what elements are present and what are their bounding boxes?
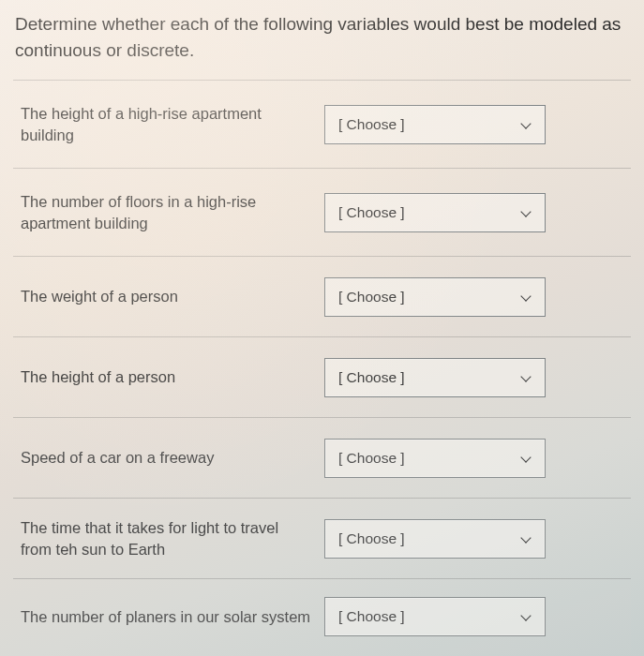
table-row: The height of a person [ Choose ] — [13, 337, 631, 418]
choose-dropdown[interactable]: [ Choose ] — [324, 597, 546, 636]
chevron-down-icon — [520, 452, 533, 465]
chevron-down-icon — [520, 206, 533, 219]
table-row: Speed of a car on a freeway [ Choose ] — [13, 418, 631, 499]
choose-dropdown[interactable]: [ Choose ] — [324, 439, 546, 478]
variable-label: Speed of a car on a freeway — [13, 434, 321, 482]
variable-label: The time that it takes for light to trav… — [13, 504, 321, 574]
dropdown-value: [ Choose ] — [338, 289, 405, 306]
variable-label: The height of a high-rise apartment buil… — [13, 90, 321, 159]
choose-dropdown[interactable]: [ Choose ] — [324, 358, 546, 397]
chevron-down-icon — [520, 610, 533, 623]
table-row: The number of floors in a high-rise apar… — [13, 169, 631, 257]
table-row: The time that it takes for light to trav… — [13, 499, 631, 579]
dropdown-value: [ Choose ] — [338, 369, 405, 386]
question-rows: The height of a high-rise apartment buil… — [13, 80, 631, 654]
chevron-down-icon — [520, 371, 533, 384]
control-cell: [ Choose ] — [321, 96, 631, 154]
control-cell: [ Choose ] — [321, 510, 631, 568]
choose-dropdown[interactable]: [ Choose ] — [324, 519, 546, 559]
variable-label: The number of floors in a high-rise apar… — [13, 178, 321, 247]
question-prompt: Determine whether each of the following … — [13, 9, 631, 80]
control-cell: [ Choose ] — [321, 184, 631, 242]
control-cell: [ Choose ] — [321, 588, 631, 646]
chevron-down-icon — [520, 291, 533, 304]
variable-label: The number of planers in our solar syste… — [13, 593, 321, 641]
control-cell: [ Choose ] — [321, 268, 631, 326]
dropdown-value: [ Choose ] — [338, 116, 405, 133]
table-row: The weight of a person [ Choose ] — [13, 257, 631, 337]
choose-dropdown[interactable]: [ Choose ] — [324, 277, 546, 317]
dropdown-value: [ Choose ] — [338, 530, 405, 547]
chevron-down-icon — [520, 118, 533, 131]
choose-dropdown[interactable]: [ Choose ] — [324, 193, 546, 232]
control-cell: [ Choose ] — [321, 349, 631, 407]
variable-label: The height of a person — [13, 353, 321, 401]
dropdown-value: [ Choose ] — [338, 204, 405, 221]
chevron-down-icon — [520, 532, 533, 545]
control-cell: [ Choose ] — [321, 429, 631, 487]
choose-dropdown[interactable]: [ Choose ] — [324, 105, 546, 144]
dropdown-value: [ Choose ] — [338, 450, 405, 467]
variable-label: The weight of a person — [13, 273, 321, 321]
table-row: The number of planers in our solar syste… — [13, 579, 631, 654]
table-row: The height of a high-rise apartment buil… — [13, 81, 631, 169]
dropdown-value: [ Choose ] — [338, 608, 405, 625]
